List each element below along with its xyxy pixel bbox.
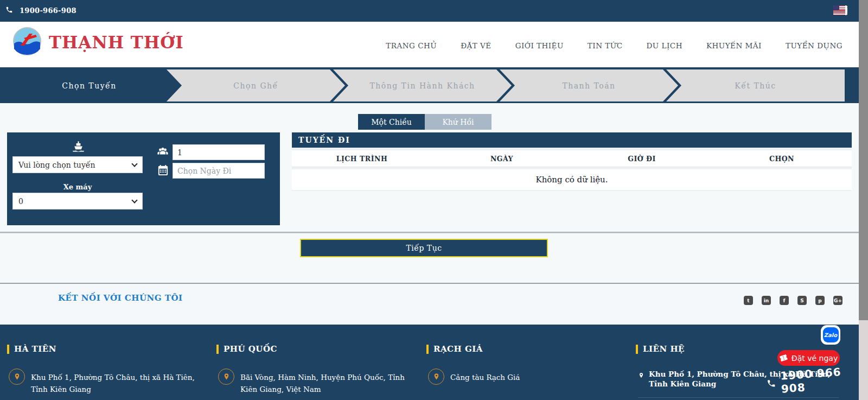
zalo-button[interactable]: Zalo [821, 325, 840, 345]
brand-name: THẠNH THỚI [49, 33, 184, 52]
us-flag-icon[interactable] [833, 5, 847, 15]
departure-date-input[interactable] [173, 163, 265, 179]
flag-canton [833, 5, 839, 10]
zalo-icon: Zalo [823, 327, 839, 342]
top-bar [0, 0, 859, 22]
step-thanh-toan: Thanh Toán [500, 69, 678, 101]
skype-icon[interactable]: S [797, 296, 807, 305]
col-ngay: NGÀY [432, 155, 572, 163]
footer-title-ha-tien: HÀ TIÊN [7, 344, 56, 354]
footer-title-text: RẠCH GIÁ [433, 344, 483, 354]
nav-item-trang-chu[interactable]: TRANG CHỦ [386, 41, 437, 50]
pinterest-icon[interactable]: p [815, 296, 825, 305]
ship-icon [71, 139, 86, 156]
yellow-bar [216, 345, 219, 354]
step-chon-ghe: Chọn Ghế [167, 69, 345, 101]
step-chon-tuyen[interactable]: Chọn Tuyến [0, 69, 178, 101]
trip-type-tabs: Một Chiều Khứ Hồi [358, 114, 492, 130]
continue-button[interactable]: Tiếp Tục [300, 239, 548, 257]
yellow-bar [426, 345, 429, 354]
motorbike-label: Xe máy [12, 183, 143, 191]
scrollbar-thumb[interactable] [859, 0, 868, 320]
passengers-icon [156, 146, 169, 160]
step-ket-thuc: Kết Thúc [666, 69, 845, 101]
footer-title-text: LIÊN HỆ [643, 344, 685, 354]
passenger-count-input[interactable] [173, 144, 265, 160]
google-plus-icon[interactable]: G+ [833, 296, 843, 305]
linkedin-icon[interactable]: in [762, 296, 771, 305]
location-pin-icon [9, 369, 25, 385]
nav-item-tuyen-dung[interactable]: TUYỂN DỤNG [786, 41, 843, 50]
ticket-icon [778, 353, 789, 363]
col-gio-di: GIỜ ĐI [572, 155, 712, 163]
col-lich-trinh: LỊCH TRÌNH [292, 155, 432, 163]
location-pin-icon [638, 371, 644, 381]
phone-icon [767, 378, 776, 388]
route-table-header: LỊCH TRÌNH NGÀY GIỜ ĐI CHỌN [292, 150, 852, 167]
phone-icon [5, 6, 13, 15]
motorbike-select-value: 0 [18, 197, 23, 206]
twitter-icon[interactable]: t [744, 296, 753, 305]
hotline-number: 1900-966-908 [20, 7, 76, 15]
nav-item-gioi-thieu[interactable]: GIỚI THIỆU [515, 41, 564, 50]
footer-title-phu-quoc: PHÚ QUỐC [216, 344, 277, 354]
empty-data-message: Không có dữ liệu. [292, 169, 852, 190]
tab-one-way[interactable]: Một Chiều [358, 114, 425, 130]
main-nav: TRANG CHỦ ĐẶT VÉ GIỚI THIỆU TIN TỨC DU L… [386, 41, 843, 50]
connect-strip [0, 284, 859, 325]
col-chon: CHỌN [712, 155, 852, 163]
motorbike-select[interactable]: 0 [12, 193, 143, 209]
scrollbar-track[interactable] [859, 0, 868, 400]
connect-title: KẾT NỐI VỚI CHÚNG TÔI [58, 293, 183, 303]
route-table: TUYẾN ĐI LỊCH TRÌNH NGÀY GIỜ ĐI CHỌN Khô… [292, 132, 852, 191]
footer-title-rach-gia: RẠCH GIÁ [426, 344, 483, 354]
logo[interactable]: THẠNH THỚI [13, 27, 184, 58]
tab-round-trip[interactable]: Khứ Hồi [425, 114, 492, 130]
route-select[interactable]: Vui lòng chọn tuyến [12, 156, 143, 173]
section-divider [0, 232, 859, 233]
book-now-button[interactable]: Đặt vé ngay [777, 350, 840, 366]
facebook-icon[interactable]: f [780, 296, 789, 305]
flag-wave [845, 5, 847, 15]
calendar-icon [157, 164, 169, 179]
footer-title-text: PHÚ QUỐC [224, 344, 277, 354]
chevron-down-icon [131, 197, 137, 203]
address-ha-tien: Khu Phố 1, Phường Tô Châu, thị xã Hà Tiê… [31, 371, 205, 395]
booking-steps: Chọn Tuyến Chọn Ghế Thông Tin Hành Khách… [0, 67, 859, 103]
location-pin-icon [218, 369, 234, 385]
footer-title-text: HÀ TIÊN [14, 344, 56, 354]
yellow-bar [636, 345, 638, 354]
nav-item-dat-ve[interactable]: ĐẶT VÉ [461, 41, 492, 50]
address-phu-quoc: Bãi Vòng, Hàm Ninh, Huyện Phú Quốc, Tỉnh… [240, 371, 419, 395]
social-icons: t in f S p G+ [744, 296, 843, 305]
footer-title-lien-he: LIÊN HỆ [636, 344, 685, 354]
nav-item-khuyen-mai[interactable]: KHUYẾN MÃI [706, 41, 762, 50]
logo-icon [13, 27, 41, 58]
book-now-label: Đặt vé ngay [792, 354, 838, 363]
booking-panel: Vui lòng chọn tuyến Xe máy 0 [7, 132, 280, 225]
address-rach-gia: Cảng tàu Rạch Giá [450, 371, 613, 383]
chevron-down-icon [131, 161, 137, 167]
nav-item-du-lich[interactable]: DU LỊCH [647, 41, 682, 50]
topbar-phone[interactable]: 1900-966-908 [5, 6, 76, 15]
route-table-title: TUYẾN ĐI [292, 132, 852, 148]
location-pin-icon [428, 369, 444, 385]
nav-item-tin-tuc[interactable]: TIN TỨC [588, 41, 623, 50]
step-thong-tin-hanh-khach: Thông Tin Hành Khách [333, 69, 512, 101]
route-select-value: Vui lòng chọn tuyến [18, 161, 95, 169]
yellow-bar [7, 345, 9, 354]
